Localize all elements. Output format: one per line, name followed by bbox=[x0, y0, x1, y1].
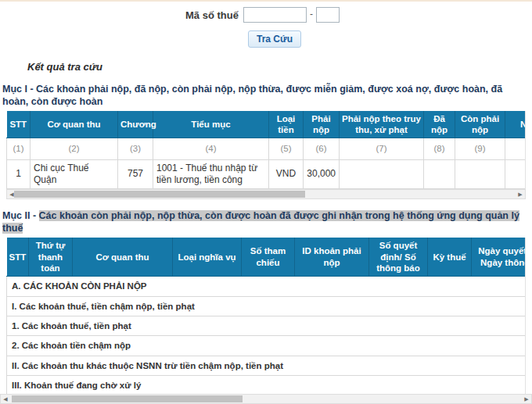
cell-co-quan-thu: Chi cục Thuế Quận bbox=[31, 159, 118, 188]
col-header-tieu-muc: Tiểu mục bbox=[153, 111, 269, 138]
col-number: (9) bbox=[455, 138, 505, 159]
group-label: 2. Các khoản tiền chậm nộp bbox=[7, 336, 527, 356]
col-header-ky-thue: Kỳ thuế bbox=[428, 238, 472, 277]
results-title: Kết quả tra cứu bbox=[27, 61, 532, 73]
col-header-loai-tien: Loại tiền bbox=[269, 111, 304, 138]
col-number: (5) bbox=[269, 138, 304, 159]
cell-truy-thu bbox=[340, 159, 424, 188]
section2-table-viewport: STT Thứ tự thanh toán Cơ quan thu Loại n… bbox=[6, 238, 526, 404]
group-row-2: 2. Các khoản tiền chậm nộp bbox=[7, 336, 527, 356]
lookup-button[interactable]: Tra Cứu bbox=[248, 30, 301, 48]
col-header-ngay-quyet-dinh: Ngày quyết định/ Ngày thông báo bbox=[472, 238, 527, 277]
col-header-nop-thua: Nộp thừa bbox=[505, 111, 527, 138]
section2-heading: Mục II - Các khoản còn phải nộp, nộp thừ… bbox=[2, 209, 530, 235]
tax-code-suffix-input[interactable] bbox=[316, 7, 340, 23]
scroll-left-arrow-icon[interactable]: ◀ bbox=[1, 395, 10, 403]
page-horizontal-scrollbar[interactable]: ◀ ▶ bbox=[0, 394, 532, 404]
col-header-so-quyet-dinh: Số quyết định/ Số thông báo bbox=[369, 238, 428, 277]
scroll-right-arrow-icon[interactable]: ▶ bbox=[522, 395, 531, 403]
section2-heading-prefix: Mục II - bbox=[2, 210, 39, 221]
col-number: (4) bbox=[153, 138, 269, 159]
group-row-iii: III. Khoản thuế đang chờ xử lý bbox=[7, 376, 527, 395]
col-header-so-tham-chieu: Số tham chiếu bbox=[242, 238, 295, 277]
cell-nop-thua bbox=[505, 159, 527, 188]
section2-header-row: STT Thứ tự thanh toán Cơ quan thu Loại n… bbox=[7, 238, 527, 277]
group-row-ii: II. Các khoản thu khác thuộc NSNN trừ ti… bbox=[7, 356, 527, 375]
h-scrollbar-thumb[interactable] bbox=[12, 395, 243, 402]
cell-con-phai-nop bbox=[455, 159, 505, 188]
group-label: A. CÁC KHOẢN CÒN PHẢI NỘP bbox=[7, 277, 527, 296]
tax-lookup-form: Mã số thuế - Tra Cứu bbox=[0, 2, 532, 48]
section1-number-row: (1) (2) (3) (4) (5) (6) (7) (8) (9) bbox=[7, 138, 527, 159]
scroll-right-arrow-icon[interactable]: ▶ bbox=[516, 190, 525, 198]
col-header-con-phai-nop: Còn phải nộp bbox=[455, 111, 505, 138]
col-header-da-nop: Đã nộp bbox=[424, 111, 455, 138]
group-row-1: 1. Các khoản thuế, tiền phạt bbox=[7, 316, 527, 336]
col-number: (2) bbox=[31, 138, 118, 159]
h-scrollbar-thumb[interactable] bbox=[14, 191, 305, 198]
cell-da-nop bbox=[424, 159, 455, 188]
section1-header-row: STT Cơ quan thu Chương Tiểu mục Loại tiề… bbox=[7, 111, 527, 138]
col-header-stt: STT bbox=[7, 111, 31, 138]
col-number: (3) bbox=[118, 138, 153, 159]
section2-table: STT Thứ tự thanh toán Cơ quan thu Loại n… bbox=[6, 238, 526, 404]
cell-chuong: 757 bbox=[118, 159, 153, 188]
table-row: 1 Chi cục Thuế Quận 757 1001 - Thuế thu … bbox=[7, 159, 527, 188]
group-row-a: A. CÁC KHOẢN CÒN PHẢI NỘP bbox=[7, 277, 527, 296]
col-header-id-khoan-phai-nop: ID khoản phải nộp bbox=[295, 238, 369, 277]
tax-code-input[interactable] bbox=[243, 7, 307, 23]
section1-table: STT Cơ quan thu Chương Tiểu mục Loại tiề… bbox=[6, 111, 526, 189]
col-header-thu-tu-thanh-toan: Thứ tự thanh toán bbox=[29, 238, 73, 277]
cell-stt: 1 bbox=[7, 159, 31, 188]
tax-code-separator: - bbox=[310, 9, 313, 20]
col-number bbox=[505, 138, 527, 159]
col-header-truy-thu: Phải nộp theo truy thu, xử phạt bbox=[340, 111, 424, 138]
col-header-phai-nop: Phải nộp bbox=[304, 111, 340, 138]
tax-code-label: Mã số thuế bbox=[185, 9, 239, 21]
group-label: II. Các khoản thu khác thuộc NSNN trừ ti… bbox=[7, 356, 527, 375]
group-label: I. Các khoản thuế, tiền chậm nộp, tiền p… bbox=[7, 296, 527, 316]
col-header-loai-nghia-vu: Loại nghĩa vụ bbox=[173, 238, 242, 277]
tax-lookup-page: { "form": { "tax_code_label": "Mã số thu… bbox=[0, 0, 532, 404]
col-header-co-quan-thu: Cơ quan thu bbox=[31, 111, 118, 138]
col-number: (7) bbox=[340, 138, 424, 159]
col-header-stt: STT bbox=[7, 238, 29, 277]
section1-table-viewport: STT Cơ quan thu Chương Tiểu mục Loại tiề… bbox=[6, 111, 526, 189]
col-number: (8) bbox=[424, 138, 455, 159]
group-row-i: I. Các khoản thuế, tiền chậm nộp, tiền p… bbox=[7, 296, 527, 316]
cell-phai-nop: 30,000 bbox=[304, 159, 340, 188]
section1-horizontal-scrollbar[interactable]: ◀ ▶ bbox=[6, 189, 526, 199]
col-number: (6) bbox=[304, 138, 340, 159]
cell-tieu-muc: 1001 - Thuế thu nhập từ tiền lương, tiền… bbox=[153, 159, 269, 188]
col-header-chuong: Chương bbox=[118, 111, 153, 138]
group-label: 1. Các khoản thuế, tiền phạt bbox=[7, 316, 527, 336]
col-number: (1) bbox=[7, 138, 31, 159]
section1-heading: Mục I - Các khoản phải nộp, đã nộp, còn … bbox=[2, 83, 530, 109]
section2-heading-highlighted: Các khoản còn phải nộp, nộp thừa, còn đư… bbox=[2, 210, 519, 234]
group-label: III. Khoản thuế đang chờ xử lý bbox=[7, 376, 527, 395]
cell-loai-tien: VND bbox=[269, 159, 304, 188]
col-header-co-quan-thu: Cơ quan thu bbox=[73, 238, 173, 277]
